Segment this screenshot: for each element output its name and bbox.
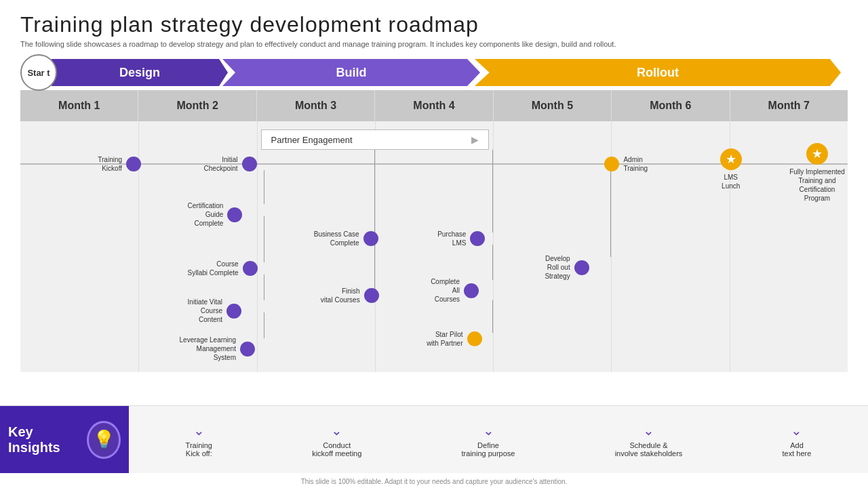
item-course-syllabi: CourseSyllabi Complete: [188, 260, 258, 277]
ki-chevron-3: ⌄: [483, 422, 494, 439]
ki-chevron-5: ⌄: [791, 422, 802, 439]
ki-item-4: ⌄ Schedule &involve stakeholders: [615, 422, 683, 458]
key-insights-icon: 💡: [87, 421, 121, 459]
key-insights-label: Key Insights 💡: [0, 406, 129, 473]
month-1: Month 1: [20, 90, 138, 121]
month-6: Month 6: [612, 90, 730, 121]
ki-text-1: TrainingKick off:: [186, 441, 212, 458]
ki-chevron-2: ⌄: [331, 422, 342, 439]
phase-banner: Star t Design Build Rollout: [0, 55, 868, 90]
month-5: Month 5: [494, 90, 612, 121]
item-leverage-lms: Leverage LearningManagementSystem: [180, 336, 255, 362]
item-finish-vital: Finishvital Courses: [321, 287, 379, 304]
ki-item-2: ⌄ Conductkickoff meeting: [312, 422, 361, 458]
ki-text-4: Schedule &involve stakeholders: [615, 441, 683, 458]
months-bar: Month 1 Month 2 Month 3 Month 4 Month 5 …: [20, 90, 848, 121]
key-insights-bar: Key Insights 💡 ⌄ TrainingKick off: ⌄ Con…: [0, 405, 868, 473]
item-admin-training: AdminTraining: [604, 155, 648, 173]
partner-engagement: Partner Engagement ▶: [261, 129, 490, 150]
ki-text-3: Definetraining purpose: [462, 441, 515, 458]
item-initiate-vital: Initiate VitalCourseContent: [188, 298, 242, 324]
month-3: Month 3: [257, 90, 375, 121]
item-develop-rollout: DevelopRoll outStrategy: [545, 254, 589, 281]
item-star-pilot: Star Pilotwith Partner: [427, 330, 481, 348]
timeline-area: Partner Engagement ▶ TrainingKickoff Ini…: [20, 121, 848, 372]
key-insights-items: ⌄ TrainingKick off: ⌄ Conductkickoff mee…: [129, 422, 868, 458]
ki-chevron-1: ⌄: [193, 422, 205, 439]
month-2: Month 2: [138, 90, 256, 121]
phase-build: Build: [222, 59, 480, 86]
ki-item-5: ⌄ Addtext here: [783, 422, 812, 458]
ki-chevron-4: ⌄: [643, 422, 654, 439]
item-lms-lunch: ★ LMSLunch: [720, 148, 742, 190]
month-7: Month 7: [730, 90, 848, 121]
ki-item-3: ⌄ Definetraining purpose: [462, 422, 515, 458]
item-complete-all: CompleteAllCourses: [431, 277, 479, 304]
item-training-kickoff: TrainingKickoff: [98, 155, 141, 173]
start-circle: Star t: [20, 54, 57, 91]
item-purchase-lms: PurchaseLMS: [437, 230, 485, 247]
item-fully-implemented: ★ Fully ImplementedTraining andCertifica…: [787, 143, 848, 203]
item-initial-checkpoint: InitialCheckpoint: [204, 155, 257, 173]
phase-design: Design: [52, 59, 228, 86]
item-business-case: Business CaseComplete: [314, 230, 378, 247]
page-title: Training plan strategy development roadm…: [0, 0, 868, 40]
footer: This slide is 100% editable. Adapt it to…: [0, 478, 868, 485]
item-cert-guide: CertificationGuideComplete: [188, 201, 243, 228]
phase-rollout: Rollout: [475, 59, 841, 86]
month-4: Month 4: [375, 90, 493, 121]
subtitle: The following slide showcases a roadmap …: [0, 40, 868, 55]
ki-text-5: Addtext here: [783, 441, 812, 458]
ki-text-2: Conductkickoff meeting: [312, 441, 361, 458]
ki-item-1: ⌄ TrainingKick off:: [186, 422, 212, 458]
